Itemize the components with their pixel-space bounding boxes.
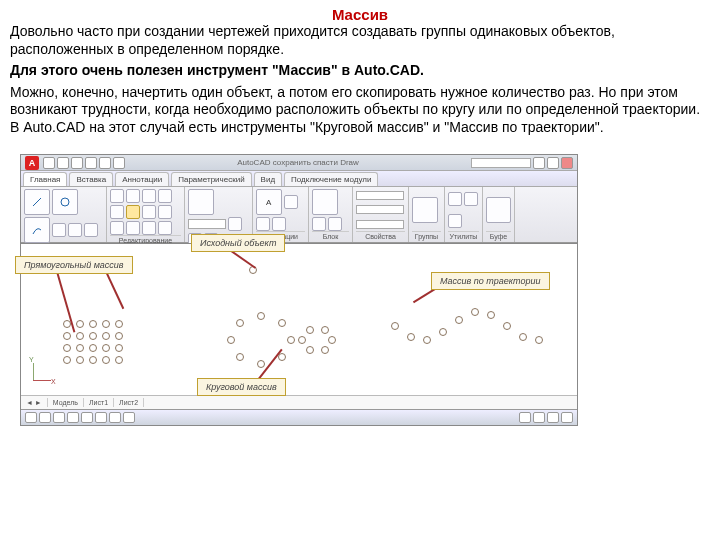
copy-icon[interactable] <box>126 189 140 203</box>
status-ws-icon[interactable] <box>547 412 559 423</box>
status-dyn-icon[interactable] <box>109 412 121 423</box>
status-osnap-icon[interactable] <box>81 412 93 423</box>
max-icon[interactable] <box>547 157 559 169</box>
layer-combo[interactable] <box>188 219 226 229</box>
paragraph-2: Для этого очень полезен инструмент "Масс… <box>10 62 710 80</box>
rect-array-circle <box>89 356 97 364</box>
sheet-tabs: ◄ ► Модель Лист1 Лист2 <box>21 395 577 409</box>
table-icon[interactable] <box>272 217 286 231</box>
sheet-nav[interactable]: ◄ ► <box>21 398 48 407</box>
path-array-circle <box>535 336 543 344</box>
status-lwt-icon[interactable] <box>123 412 135 423</box>
rect-array-circle <box>76 344 84 352</box>
status-ann-icon[interactable] <box>533 412 545 423</box>
move-icon[interactable] <box>110 189 124 203</box>
polar-inner-circle <box>306 346 314 354</box>
measure-icon[interactable] <box>448 192 462 206</box>
polar-outer-circle <box>287 336 295 344</box>
text-icon[interactable]: A <box>256 189 282 215</box>
tab-plugins[interactable]: Подключение модули <box>284 172 378 186</box>
create-block-icon[interactable] <box>312 217 326 231</box>
rect-array-circle <box>89 320 97 328</box>
polar-outer-circle <box>227 336 235 344</box>
close-icon[interactable] <box>561 157 573 169</box>
drawing-canvas[interactable]: Исходный объект Прямоугольный массив Мас… <box>21 243 577 395</box>
title-bar: A AutoCAD сохранить спасти Draw <box>21 155 577 171</box>
tab-annotate[interactable]: Аннотации <box>115 172 169 186</box>
tab-home[interactable]: Главная <box>23 172 67 186</box>
explode-icon[interactable] <box>158 221 172 235</box>
status-grid-icon[interactable] <box>39 412 51 423</box>
circle-tool-icon[interactable] <box>52 189 78 215</box>
status-snap-icon[interactable] <box>25 412 37 423</box>
sheet-2[interactable]: Лист2 <box>114 398 144 407</box>
paste-icon[interactable] <box>486 197 511 223</box>
arc-tool-icon[interactable] <box>24 217 50 243</box>
ribbon-tabs: Главная Вставка Аннотации Параметрически… <box>21 171 577 187</box>
rotate-icon[interactable] <box>142 189 156 203</box>
tab-parametric[interactable]: Параметрический <box>171 172 251 186</box>
rect-array-circle <box>89 332 97 340</box>
status-iso-icon[interactable] <box>561 412 573 423</box>
layer-props-icon[interactable] <box>188 189 214 215</box>
polar-inner-circle <box>306 326 314 334</box>
mirror-icon[interactable] <box>158 189 172 203</box>
min-icon[interactable] <box>533 157 545 169</box>
sheet-model[interactable]: Модель <box>48 398 84 407</box>
lweight-combo[interactable] <box>356 220 404 229</box>
rect-array-circle <box>63 344 71 352</box>
insert-block-icon[interactable] <box>312 189 338 215</box>
search-input[interactable] <box>471 158 531 168</box>
qat-undo-icon[interactable] <box>85 157 97 169</box>
status-polar-icon[interactable] <box>67 412 79 423</box>
ltype-combo[interactable] <box>356 205 404 214</box>
status-ortho-icon[interactable] <box>53 412 65 423</box>
array-icon[interactable] <box>126 205 140 219</box>
tab-insert[interactable]: Вставка <box>69 172 113 186</box>
qat-redo-icon[interactable] <box>99 157 111 169</box>
tab-view[interactable]: Вид <box>254 172 282 186</box>
layer-iso-icon[interactable] <box>228 217 242 231</box>
svg-point-1 <box>61 198 69 206</box>
status-model-icon[interactable] <box>519 412 531 423</box>
select-icon[interactable] <box>464 192 478 206</box>
offset-icon[interactable] <box>126 221 140 235</box>
erase-icon[interactable] <box>142 221 156 235</box>
polar-outer-circle <box>278 319 286 327</box>
rect-array-circle <box>102 320 110 328</box>
stretch-icon[interactable] <box>158 205 172 219</box>
status-otrack-icon[interactable] <box>95 412 107 423</box>
polar-inner-circle <box>298 336 306 344</box>
panel-modify: Редактирование <box>107 187 185 242</box>
app-logo-icon: A <box>25 156 39 170</box>
path-array-circle <box>487 311 495 319</box>
qat-new-icon[interactable] <box>43 157 55 169</box>
color-combo[interactable] <box>356 191 404 200</box>
polar-outer-circle <box>236 319 244 327</box>
pline-icon[interactable] <box>52 223 66 237</box>
rect-icon[interactable] <box>68 223 82 237</box>
hatch-icon[interactable] <box>84 223 98 237</box>
edit-block-icon[interactable] <box>328 217 342 231</box>
scale-icon[interactable] <box>142 205 156 219</box>
leader-icon[interactable] <box>256 217 270 231</box>
y-label: Y <box>29 356 34 363</box>
path-array-circle <box>391 322 399 330</box>
dim-icon[interactable] <box>284 195 298 209</box>
sheet-1[interactable]: Лист1 <box>84 398 114 407</box>
path-array-circle <box>471 308 479 316</box>
qat-print-icon[interactable] <box>113 157 125 169</box>
group-icon[interactable] <box>412 197 438 223</box>
qat-save-icon[interactable] <box>71 157 83 169</box>
panel-props-label: Свойства <box>356 231 405 240</box>
fillet-icon[interactable] <box>110 221 124 235</box>
trim-icon[interactable] <box>110 205 124 219</box>
rect-array-circle <box>89 344 97 352</box>
qat-open-icon[interactable] <box>57 157 69 169</box>
rect-array-circle <box>115 344 123 352</box>
y-axis <box>33 363 34 381</box>
calc-icon[interactable] <box>448 214 462 228</box>
line-tool-icon[interactable] <box>24 189 50 215</box>
panel-block: Блок <box>309 187 353 242</box>
panel-groups: Группы <box>409 187 445 242</box>
